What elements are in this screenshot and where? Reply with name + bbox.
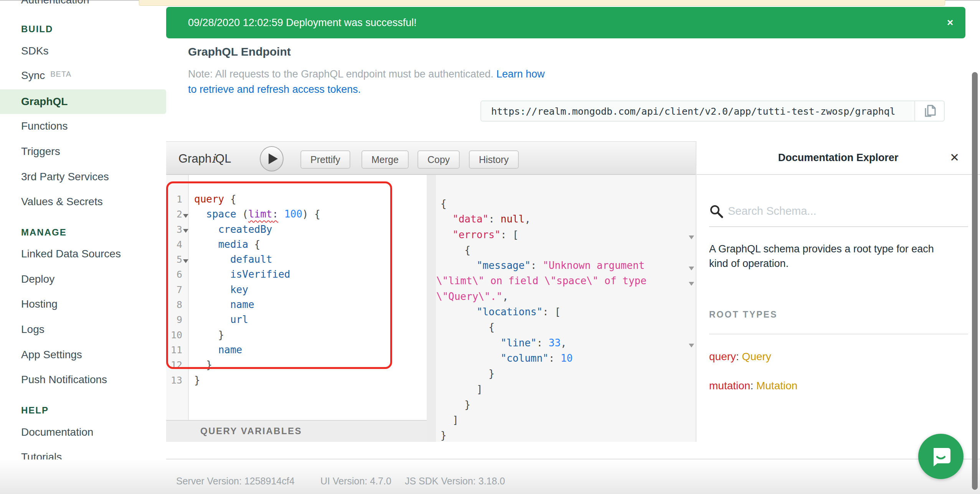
sidebar-section-help: HELP xyxy=(21,405,49,416)
sidebar-item-values-secrets[interactable]: Values & Secrets xyxy=(21,196,103,208)
code-line: { xyxy=(436,242,689,258)
prettify-button[interactable]: Prettify xyxy=(300,150,350,169)
code-line: } xyxy=(436,366,689,381)
footer-divider xyxy=(166,459,980,459)
schema-description: A GraphQL schema provides a root type fo… xyxy=(709,242,934,271)
code-line: \"Query\".", xyxy=(436,289,689,304)
code-line: } xyxy=(194,328,320,343)
code-line: name xyxy=(194,297,320,312)
doc-explorer-header: Documentation Explorer ✕ xyxy=(696,141,980,175)
line-numbers: 12345678910111213 xyxy=(166,192,182,388)
result-pane: { "data": null, "errors": [ { "message":… xyxy=(427,175,696,442)
copy-button[interactable]: Copy xyxy=(417,150,460,169)
sidebar-item-label: GraphQL xyxy=(21,89,68,114)
code-line: { xyxy=(436,196,689,211)
doc-explorer-close-icon[interactable]: ✕ xyxy=(950,141,959,174)
fold-arrow-icon[interactable] xyxy=(689,344,694,347)
sidebar-item-hosting[interactable]: Hosting xyxy=(21,298,58,310)
endpoint-url[interactable]: https://realm.mongodb.com/api/client/v2.… xyxy=(491,105,896,117)
chat-bubble-icon xyxy=(929,444,953,469)
search-icon xyxy=(709,204,724,219)
documentation-explorer: Documentation Explorer ✕ Search Schema..… xyxy=(696,141,980,442)
sidebar-item-documentation[interactable]: Documentation xyxy=(21,426,93,438)
copy-icon xyxy=(922,103,938,119)
root-types-divider xyxy=(709,334,968,334)
realm-graphql-page: Authentication BUILDSDKsSyncBETAGraphQLF… xyxy=(0,0,980,494)
code-line: ] xyxy=(436,412,689,428)
footer-version-item: JS SDK Version: 3.18.0 xyxy=(405,476,505,487)
search-schema-input[interactable]: Search Schema... xyxy=(728,205,817,217)
toast-message: 09/28/2020 12:02:59 Deployment was succe… xyxy=(188,17,417,28)
code-line: } xyxy=(194,373,320,388)
code-line: "errors": [ xyxy=(436,227,689,242)
sidebar-item-logs[interactable]: Logs xyxy=(21,323,45,336)
sidebar-item-sdks[interactable]: SDKs xyxy=(21,45,49,57)
search-underline xyxy=(709,226,968,227)
fold-arrow-icon[interactable] xyxy=(183,214,188,218)
footer-version-item: UI Version: 4.7.0 xyxy=(320,476,391,487)
merge-button[interactable]: Merge xyxy=(361,150,409,169)
root-types-label: ROOT TYPES xyxy=(709,310,777,320)
sidebar-item-push-notifications[interactable]: Push Notifications xyxy=(21,374,107,386)
code-line: "column": 10 xyxy=(436,351,689,366)
fold-arrow-icon[interactable] xyxy=(689,267,694,270)
endpoint-note: Note: All requests to the GraphQL endpoi… xyxy=(188,68,545,80)
graphiql-logo: GraphiQL xyxy=(178,142,231,175)
code-line: \"limt\" on field \"space\" of type xyxy=(436,273,689,288)
history-button[interactable]: History xyxy=(469,150,519,169)
code-line: key xyxy=(194,282,320,297)
deployment-success-toast: 09/28/2020 12:02:59 Deployment was succe… xyxy=(166,7,965,38)
footer-version-item: Server Version: 1258914cf4 xyxy=(176,476,295,487)
code-line: } xyxy=(436,397,689,412)
sidebar-item-authentication-clipped[interactable]: Authentication xyxy=(21,0,89,6)
root-type-query[interactable]: query: Query xyxy=(709,351,771,363)
sidebar-item-3rd-party-services[interactable]: 3rd Party Services xyxy=(21,171,109,183)
sidebar-item-graphql-active[interactable]: GraphQL xyxy=(0,89,166,114)
code-line: "message": "Unknown argument xyxy=(436,258,689,273)
beta-badge: BETA xyxy=(50,70,71,78)
code-line: } xyxy=(194,357,320,372)
doc-explorer-title: Documentation Explorer xyxy=(778,141,899,174)
code-line: "locations": [ xyxy=(436,304,689,319)
code-line: isVerified xyxy=(194,267,320,282)
execute-query-button[interactable] xyxy=(260,146,284,171)
root-type-mutation[interactable]: mutation: Mutation xyxy=(709,380,797,392)
sidebar-item-functions[interactable]: Functions xyxy=(21,120,68,132)
learn-how-link-line2[interactable]: to retrieve and refresh access tokens. xyxy=(188,84,361,96)
fold-arrow-icon[interactable] xyxy=(689,282,694,286)
code-line: createdBy xyxy=(194,222,320,237)
code-line: "line": 33, xyxy=(436,335,689,351)
sidebar-section-build: BUILD xyxy=(21,24,53,35)
result-json: { "data": null, "errors": [ { "message":… xyxy=(436,196,689,442)
deployment-warning-banner-sliver xyxy=(139,0,945,6)
toast-close-icon[interactable]: × xyxy=(947,7,953,38)
query-editor[interactable]: 12345678910111213 query { space (limt: 1… xyxy=(166,175,427,442)
sidebar-section-manage: MANAGE xyxy=(21,227,67,238)
sidebar-item-deploy[interactable]: Deploy xyxy=(21,273,54,285)
fold-arrow-icon[interactable] xyxy=(183,229,188,233)
play-icon xyxy=(269,153,278,164)
graphiql-container: GraphiQL PrettifyMergeCopyHistory 123456… xyxy=(166,141,696,442)
endpoint-url-box: https://realm.mongodb.com/api/client/v2.… xyxy=(480,100,945,122)
sidebar-item-sync[interactable]: SyncBETA xyxy=(21,69,71,82)
query-variables-bar[interactable]: QUERY VARIABLES xyxy=(166,420,427,442)
code-line: media { xyxy=(194,237,320,252)
sidebar-item-triggers[interactable]: Triggers xyxy=(21,145,60,158)
code-line: query { xyxy=(194,192,320,207)
code-line: { xyxy=(436,319,689,335)
page-scrollbar-thumb[interactable] xyxy=(972,72,978,490)
sidebar-item-app-settings[interactable]: App Settings xyxy=(21,349,82,361)
code-line: "data": null, xyxy=(436,211,689,227)
code-line: url xyxy=(194,312,320,327)
query-code: query { space (limt: 100) { createdBy me… xyxy=(194,192,320,388)
page-title: GraphQL Endpoint xyxy=(188,45,291,58)
code-line: default xyxy=(194,252,320,267)
learn-how-link[interactable]: Learn how xyxy=(497,68,545,80)
fold-arrow-icon[interactable] xyxy=(689,235,694,239)
fold-arrow-icon[interactable] xyxy=(183,259,188,263)
sidebar-item-linked-data-sources[interactable]: Linked Data Sources xyxy=(21,248,121,260)
graphiql-toolbar: GraphiQL PrettifyMergeCopyHistory xyxy=(166,141,696,175)
code-line: ] xyxy=(436,382,689,397)
copy-url-button[interactable] xyxy=(914,101,944,121)
intercom-chat-button[interactable] xyxy=(918,434,964,479)
